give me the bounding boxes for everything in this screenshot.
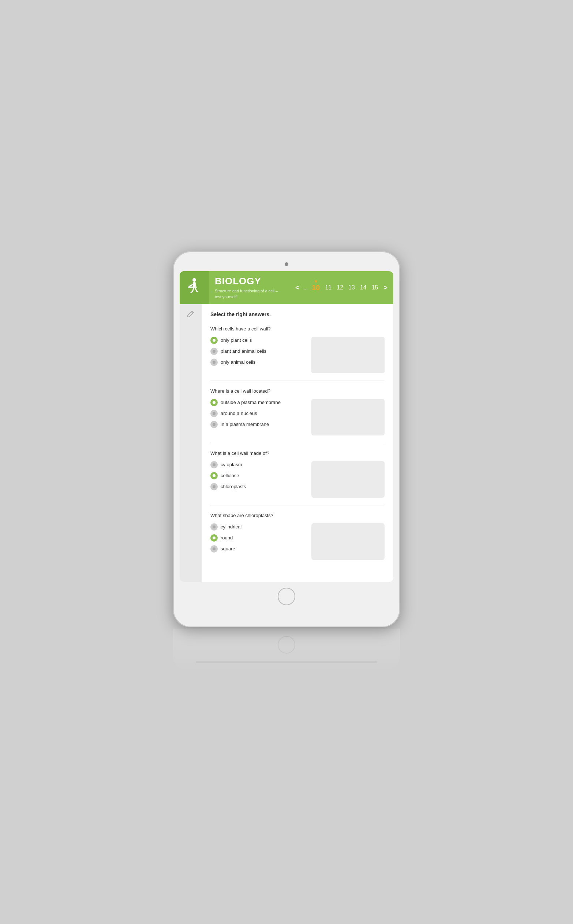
student-icon [187, 278, 201, 298]
nav-page-13[interactable]: 13 [346, 283, 357, 292]
question-3-row: cytoplasm cellulose chloroplasts [210, 461, 385, 498]
instruction-text: Select the right answers. [210, 312, 385, 317]
q3-option-1[interactable]: cytoplasm [210, 461, 305, 468]
question-2: Where is a cell wall located? outside a … [210, 388, 385, 443]
q1-label-3: only animal cells [221, 359, 255, 365]
q3-label-1: cytoplasm [221, 462, 242, 467]
nav-page-15[interactable]: 15 [370, 283, 380, 292]
sidebar [180, 304, 202, 582]
question-1: Which cells have a cell wall? only plant… [210, 326, 385, 381]
content-area: Select the right answers. Which cells ha… [180, 304, 393, 582]
nav-page-12[interactable]: 12 [335, 283, 345, 292]
header-title-block: BIOLOGY Structure and functioning of a c… [209, 271, 290, 304]
q4-label-1: cylindrical [221, 524, 241, 529]
device-reflection [173, 629, 400, 673]
nav-dots: ... [303, 285, 309, 291]
bottom-bar [196, 661, 377, 663]
q2-option-1[interactable]: outside a plasma membrane [210, 399, 305, 406]
front-camera [285, 262, 288, 266]
q2-label-1: outside a plasma membrane [221, 399, 281, 405]
q1-label-2: plant and animal cells [221, 348, 266, 354]
svg-rect-1 [193, 282, 196, 287]
question-2-row: outside a plasma membrane around a nucle… [210, 399, 385, 435]
app-header: BIOLOGY Structure and functioning of a c… [180, 271, 393, 304]
q3-option-2[interactable]: cellulose [210, 472, 305, 479]
question-4: What shape are chloroplasts? cylindrical… [210, 513, 385, 567]
question-4-text: What shape are chloroplasts? [210, 513, 385, 518]
q3-radio-3[interactable] [210, 483, 218, 490]
q2-label-3: in a plasma membrane [221, 421, 269, 427]
q3-image-box [312, 461, 385, 498]
question-1-row: only plant cells plant and animal cells … [210, 337, 385, 373]
svg-line-7 [196, 291, 197, 292]
q1-label-1: only plant cells [221, 337, 252, 343]
svg-line-2 [189, 284, 193, 287]
q3-radio-1[interactable] [210, 461, 218, 468]
q1-option-3[interactable]: only animal cells [210, 359, 305, 366]
q2-label-2: around a nucleus [221, 410, 257, 416]
question-2-text: Where is a cell wall located? [210, 388, 385, 394]
q2-radio-3[interactable] [210, 421, 218, 428]
nav-next-button[interactable]: > [381, 282, 390, 293]
q2-radio-1[interactable] [210, 399, 218, 406]
q4-option-1[interactable]: cylindrical [210, 523, 305, 531]
q1-image-box [312, 337, 385, 373]
svg-point-0 [193, 278, 196, 282]
question-3-options: cytoplasm cellulose chloroplasts [210, 461, 305, 490]
nav-page-14[interactable]: 14 [358, 283, 368, 292]
q4-radio-1[interactable] [210, 523, 218, 531]
nav-page-11[interactable]: 11 [324, 283, 334, 292]
q1-radio-3[interactable] [210, 359, 218, 366]
subject-subtitle: Structure and functioning of a cell – te… [215, 288, 283, 300]
q1-radio-2[interactable] [210, 348, 218, 355]
screen: BIOLOGY Structure and functioning of a c… [180, 271, 393, 582]
q2-option-3[interactable]: in a plasma membrane [210, 421, 305, 428]
pencil-icon [186, 310, 195, 320]
q4-radio-2[interactable] [210, 534, 218, 542]
q2-radio-2[interactable] [210, 410, 218, 417]
svg-line-4 [193, 287, 194, 292]
main-content: Select the right answers. Which cells ha… [202, 304, 393, 582]
question-2-options: outside a plasma membrane around a nucle… [210, 399, 305, 428]
device-bottom [180, 582, 393, 605]
home-button-reflection [278, 636, 295, 653]
q4-radio-3[interactable] [210, 545, 218, 553]
question-3: What is a cell wall made of? cytoplasm c… [210, 451, 385, 505]
q3-radio-2[interactable] [210, 472, 218, 479]
q1-radio-1[interactable] [210, 337, 218, 344]
q4-label-2: round [221, 535, 233, 540]
q3-label-2: cellulose [221, 473, 239, 478]
q3-option-3[interactable]: chloroplasts [210, 483, 305, 490]
question-3-text: What is a cell wall made of? [210, 451, 385, 456]
nav-current-page[interactable]: 10 [310, 283, 322, 293]
q4-option-3[interactable]: square [210, 545, 305, 553]
q2-image-box [312, 399, 385, 435]
q2-option-2[interactable]: around a nucleus [210, 410, 305, 417]
ipad-device: BIOLOGY Structure and functioning of a c… [173, 251, 400, 627]
question-1-text: Which cells have a cell wall? [210, 326, 385, 332]
question-4-row: cylindrical round square [210, 523, 385, 560]
q4-image-box [312, 523, 385, 560]
svg-line-5 [195, 287, 196, 291]
nav-prev-button[interactable]: < [293, 282, 302, 293]
subject-title: BIOLOGY [215, 276, 283, 287]
q4-label-3: square [221, 546, 235, 551]
q4-option-2[interactable]: round [210, 534, 305, 542]
home-button[interactable] [278, 588, 295, 605]
svg-line-6 [191, 292, 193, 292]
q3-label-3: chloroplasts [221, 484, 246, 489]
question-4-options: cylindrical round square [210, 523, 305, 553]
question-1-options: only plant cells plant and animal cells … [210, 337, 305, 366]
page-nav: < ... 10 11 12 13 14 15 > [290, 271, 393, 304]
q1-option-1[interactable]: only plant cells [210, 337, 305, 344]
q1-option-2[interactable]: plant and animal cells [210, 348, 305, 355]
subject-icon-block [180, 271, 209, 304]
